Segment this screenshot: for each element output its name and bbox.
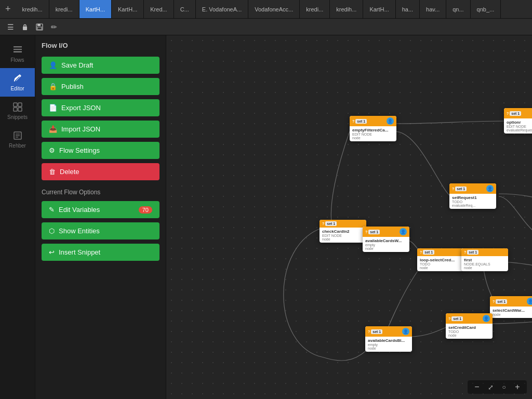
save-draft-label: Save Draft <box>61 61 93 69</box>
publish-icon: 🔒 <box>49 83 57 90</box>
svg-rect-2 <box>37 24 41 26</box>
pencil-icon[interactable]: ✏ <box>48 21 60 33</box>
svg-rect-6 <box>14 108 17 111</box>
zoom-circle: ○ <box>499 383 509 391</box>
publish-label: Publish <box>61 83 84 90</box>
delete-button[interactable]: 🗑 Delete <box>42 163 159 180</box>
publish-button[interactable]: 🔒 Publish <box>42 78 159 95</box>
canvas-area[interactable]: ? set 1 👤 emptyFilteredCa... EDIT NODE n… <box>166 35 532 399</box>
node-body-setRequest1: setRequest1 TODO evaluateReq... <box>449 194 496 209</box>
node-emptyFilteredC[interactable]: ? set 1 👤 emptyFilteredCa... EDIT NODE n… <box>350 116 396 141</box>
edit-variables-label: Edit Variables <box>59 206 100 214</box>
tab-bar: + kredih... kredi... KartH... KartH... K… <box>0 0 532 19</box>
show-entities-label: Show Entities <box>59 227 100 235</box>
node-selectCardWar[interactable]: ? set 1 👤 selectCardWar... node <box>490 296 532 318</box>
export-icon: 📄 <box>49 104 57 112</box>
node-body-emptyFilteredC: emptyFilteredCa... EDIT NODE node <box>350 126 396 141</box>
tab-evodafone[interactable]: E. VodafoneA... <box>196 0 248 18</box>
tab-qnb[interactable]: qnb_... <box>471 0 501 18</box>
node-header-optionr: ? set 1 👤 <box>504 108 532 118</box>
entities-icon: ⬡ <box>49 227 55 235</box>
import-label: Import JSON <box>61 125 100 133</box>
show-entities-button[interactable]: ⬡ Show Entities <box>42 222 159 240</box>
sidebar-item-rehber[interactable]: Rehber <box>0 125 35 154</box>
tab-kredih1[interactable]: kredih... <box>16 0 49 18</box>
node-first[interactable]: ? set 1 first NODE.EQUALS node <box>461 248 508 271</box>
tab-kredih2[interactable]: kredih... <box>330 0 363 18</box>
node-body-selectCardWar: selectCardWar... node <box>490 307 532 318</box>
svg-rect-5 <box>18 103 22 107</box>
import-json-button[interactable]: 📥 Import JSON <box>42 121 159 138</box>
node-header-checkCardIn2: ? set 1 <box>320 220 366 228</box>
svg-rect-3 <box>37 27 42 30</box>
node-body-loop: loop-selectCred... TODO node <box>417 256 464 271</box>
tab-add-button[interactable]: + <box>0 4 16 15</box>
tab-karth-active[interactable]: KartH... <box>79 0 112 18</box>
tab-kred[interactable]: Kred... <box>144 0 174 18</box>
tab-kredi2[interactable]: kredi... <box>300 0 330 18</box>
node-checkCardIn2[interactable]: ? set 1 checkCardIn2 EDIT NODE node <box>320 220 366 243</box>
sidebar-icons: Flows Editor Snippets Rehber <box>0 35 35 399</box>
node-setRequest1[interactable]: ? set 1 👤 setRequest1 TODO evaluateReq..… <box>449 183 496 209</box>
save-icon[interactable] <box>33 21 46 33</box>
node-header-availableCardsBl: ? set 1 👤 <box>365 326 412 337</box>
insert-snippet-label: Insert Snippet <box>59 248 100 256</box>
export-label: Export JSON <box>61 104 101 112</box>
node-body-setCreditCard: setCreditCard TODO node <box>446 324 493 339</box>
tab-karth2[interactable]: KartH... <box>112 0 144 18</box>
tab-qn[interactable]: qn... <box>446 0 470 18</box>
node-header-availableCardsW: ? set 1 👤 <box>363 227 409 237</box>
tab-vodafoneacc[interactable]: VodafoneAcc... <box>248 0 300 18</box>
import-icon: 📥 <box>49 125 57 133</box>
flow-settings-label: Flow Settings <box>59 147 100 154</box>
sidebar-item-editor[interactable]: Editor <box>0 68 35 97</box>
node-loop-selectCred[interactable]: ? set 1 loop-selectCred... TODO node <box>417 248 464 271</box>
flows-label: Flows <box>10 57 24 63</box>
snippets-label: Snippets <box>7 114 28 120</box>
tab-karth3[interactable]: KartH... <box>363 0 395 18</box>
node-body-availableCardsW: availableCardsW... empty node <box>363 237 409 252</box>
sidebar-item-snippets[interactable]: Snippets <box>0 97 35 125</box>
node-availableCardsW[interactable]: ? set 1 👤 availableCardsW... empty node <box>363 227 409 252</box>
left-panel: Flow I/O 👤 Save Draft 🔒 Publish 📄 Export… <box>35 35 166 399</box>
tab-hav[interactable]: hav... <box>420 0 446 18</box>
node-header-setRequest1: ? set 1 👤 <box>449 183 496 194</box>
node-body-first: first NODE.EQUALS node <box>461 256 508 271</box>
current-flow-options-title: Current Flow Options <box>42 189 159 196</box>
list-icon[interactable]: ☰ <box>4 21 17 33</box>
save-draft-icon: 👤 <box>49 61 57 69</box>
save-draft-button[interactable]: 👤 Save Draft <box>42 57 159 74</box>
sidebar-item-flows[interactable]: Flows <box>0 39 35 68</box>
editor-label: Editor <box>10 86 24 91</box>
node-header-emptyFilteredC: ? set 1 👤 <box>350 116 396 126</box>
insert-snippet-button[interactable]: ↩ Insert Snippet <box>42 244 159 261</box>
node-header-selectCardWar: ? set 1 👤 <box>490 296 532 307</box>
main-content: Flows Editor Snippets Rehber Flow I/O 👤 … <box>0 35 532 399</box>
settings-icon: ⚙ <box>49 147 55 154</box>
svg-rect-0 <box>23 26 27 30</box>
toolbar-row: ☰ ✏ <box>0 19 532 35</box>
node-header-loop: ? set 1 <box>417 248 464 256</box>
node-body-checkCardIn2: checkCardIn2 EDIT NODE node <box>320 228 366 243</box>
zoom-minus-button[interactable]: − <box>472 382 482 392</box>
delete-label: Delete <box>60 168 79 176</box>
node-body-availableCardsBl: availableCardsBl... empty node <box>365 337 412 352</box>
node-optionr[interactable]: ? set 1 👤 optionr EDIT NODE evaluateRequ… <box>504 108 532 134</box>
node-availableCardsBl[interactable]: ? set 1 👤 availableCardsBl... empty node <box>365 326 412 352</box>
rehber-label: Rehber <box>9 143 26 149</box>
svg-rect-7 <box>18 108 22 111</box>
export-json-button[interactable]: 📄 Export JSON <box>42 99 159 116</box>
flow-settings-button[interactable]: ⚙ Flow Settings <box>42 142 159 159</box>
edit-variables-button[interactable]: ✎ Edit Variables 70 <box>42 201 159 218</box>
svg-rect-4 <box>14 103 17 107</box>
tab-c[interactable]: C... <box>174 0 196 18</box>
tab-kredi[interactable]: kredi... <box>49 0 79 18</box>
lock-icon[interactable] <box>19 21 31 33</box>
node-setCreditCard[interactable]: ? set 1 👤 setCreditCard TODO node <box>446 313 493 339</box>
panel-title: Flow I/O <box>42 42 159 49</box>
zoom-plus-button[interactable]: + <box>512 382 523 392</box>
node-header-setCreditCard: ? set 1 👤 <box>446 313 493 324</box>
fit-screen-button[interactable]: ⤢ <box>485 383 496 391</box>
tab-ha[interactable]: ha... <box>396 0 420 18</box>
snippet-icon: ↩ <box>49 248 55 256</box>
